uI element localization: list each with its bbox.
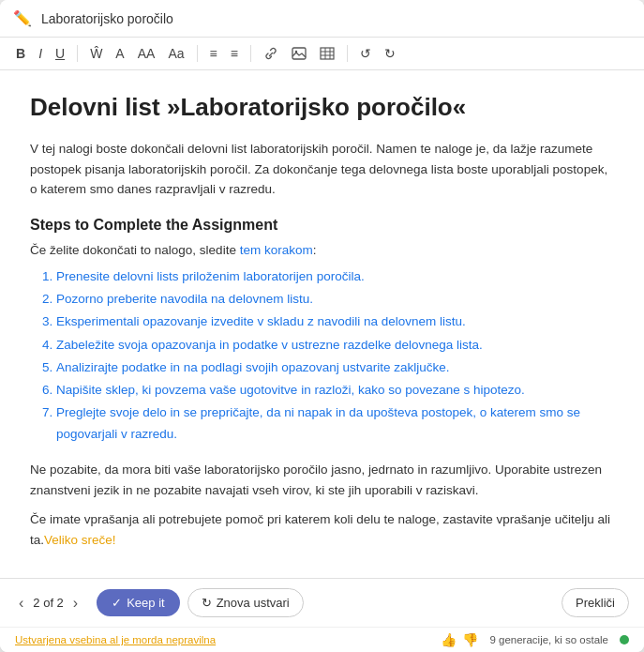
bold-button[interactable]: B [11, 43, 30, 64]
case-button[interactable]: Aa [163, 43, 188, 64]
step-item-5: Analizirajte podatke in na podlagi svoji… [56, 357, 614, 378]
bullet-list-button[interactable]: ≡ [205, 43, 222, 64]
section-heading: Steps to Complete the Assignment [30, 217, 614, 234]
refresh-icon: ↻ [202, 596, 212, 610]
document-content: Delovni list »Laboratorijsko poročilo« V… [0, 70, 644, 578]
document-note: Ne pozabite, da mora biti vaše laborator… [30, 460, 614, 500]
document-heading: Delovni list »Laboratorijsko poročilo« [30, 93, 614, 122]
document-intro-paragraph: V tej nalogi boste dokončali delovni lis… [30, 139, 614, 200]
underline-button[interactable]: U [51, 43, 69, 64]
link-button[interactable] [259, 44, 283, 63]
step-item-3: Eksperimentali opazovanje izvedite v skl… [56, 311, 614, 332]
thumbs-up-button[interactable]: 👍 [441, 632, 457, 647]
thumbs-down-button[interactable]: 👎 [462, 632, 478, 647]
numbered-list-button[interactable]: ≡ [226, 43, 243, 64]
good-luck-text: Veliko sreče! [44, 533, 116, 547]
step-item-7: Preglejte svoje delo in se prepričajte, … [56, 402, 614, 445]
keep-button[interactable]: ✓ Keep it [97, 589, 179, 616]
step-item-6: Napišite sklep, ki povzema vaše ugotovit… [56, 380, 614, 401]
prev-page-button[interactable]: ‹ [15, 591, 27, 615]
checkmark-icon: ✓ [112, 596, 122, 610]
step-item-1: Prenesite delovni lists priloženim labor… [56, 266, 614, 287]
document-title-input[interactable] [41, 11, 631, 26]
steps-intro-text: Če želite dokončati to nalogo, sledite t… [30, 243, 614, 257]
page-indicator: 2 of 2 [33, 596, 64, 610]
recreate-button[interactable]: ↻ Znova ustvari [187, 588, 304, 617]
font-size-button[interactable]: AA [133, 43, 160, 64]
page-navigation: ‹ 2 of 2 › [15, 591, 82, 615]
toolbar-separator-4 [347, 45, 348, 62]
toolbar-separator-1 [77, 45, 78, 62]
italic-button[interactable]: I [34, 43, 47, 64]
strikethrough-button[interactable]: Ŵ [85, 43, 107, 64]
pencil-icon: ✏️ [13, 9, 32, 27]
modal-container: ✏️ B I U Ŵ A AA Aa ≡ ≡ ↺ ↻ Delovni list … [0, 0, 644, 652]
svg-rect-2 [321, 48, 334, 59]
generation-count: 9 generacije, ki so ostale [489, 634, 608, 645]
warning-text[interactable]: Ustvarjena vsebina al je morda nepraviln… [15, 634, 216, 645]
table-button[interactable] [315, 44, 339, 63]
thumbs-area: 👍 👎 [441, 632, 478, 647]
steps-intro-link[interactable]: tem korakom [240, 243, 313, 257]
formatting-toolbar: B I U Ŵ A AA Aa ≡ ≡ ↺ ↻ [0, 38, 644, 70]
cancel-button[interactable]: Prekliči [562, 588, 629, 617]
footer: ‹ 2 of 2 › ✓ Keep it ↻ Znova ustvari Pre… [0, 578, 644, 627]
next-page-button[interactable]: › [69, 591, 82, 615]
toolbar-separator-3 [250, 45, 251, 62]
status-bar: Ustvarjena vsebina al je morda nepraviln… [0, 627, 644, 652]
image-button[interactable] [287, 44, 311, 63]
title-bar: ✏️ [0, 0, 644, 38]
status-right: 👍 👎 9 generacije, ki so ostale [441, 632, 629, 647]
step-item-4: Zabeležite svoja opazovanja in podatke v… [56, 335, 614, 356]
status-indicator-dot [620, 635, 629, 644]
steps-list: Prenesite delovni lists priloženim labor… [30, 266, 614, 445]
step-item-2: Pozorno preberite navodila na delovnem l… [56, 289, 614, 310]
document-closing: Če imate vprašanja ali potrebujete pomoč… [30, 509, 614, 550]
undo-button[interactable]: ↺ [355, 43, 376, 64]
toolbar-separator-2 [197, 45, 198, 62]
footer-actions: ✓ Keep it ↻ Znova ustvari [97, 588, 304, 617]
font-color-button[interactable]: A [111, 43, 128, 64]
redo-button[interactable]: ↻ [380, 43, 400, 64]
